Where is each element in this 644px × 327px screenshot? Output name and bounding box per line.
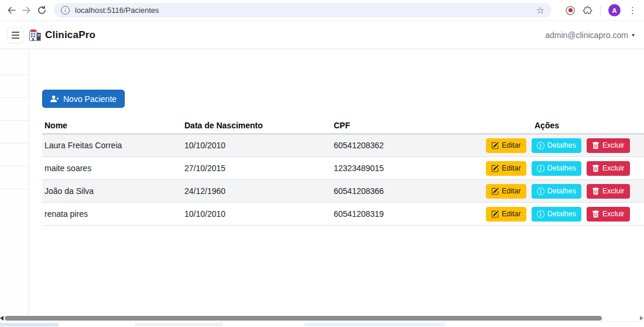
details-label: Detalhes bbox=[547, 141, 576, 149]
brand[interactable]: ClinicaPro bbox=[29, 29, 95, 41]
back-icon[interactable] bbox=[4, 3, 19, 18]
trash-icon bbox=[592, 165, 600, 172]
edit-button[interactable]: Editar bbox=[486, 207, 526, 222]
table-header-row: Nome Data de Nascimento CPF Ações bbox=[42, 117, 644, 134]
cell-cpf: 60541208362 bbox=[334, 141, 486, 150]
taskbar-peek-segment bbox=[0, 323, 59, 326]
details-button[interactable]: Detalhes bbox=[532, 138, 581, 153]
account-caret-icon: ▾ bbox=[632, 32, 635, 38]
table-row: renata pires 10/10/2010 60541208319 Edit… bbox=[42, 203, 644, 226]
delete-label: Excluir bbox=[602, 164, 625, 172]
browser-toolbar: i localhost:5116/Pacientes ☆ A ⋮ bbox=[0, 0, 644, 21]
site-info-icon[interactable]: i bbox=[61, 6, 70, 15]
edit-button[interactable]: Editar bbox=[486, 161, 526, 176]
sidebar-item[interactable] bbox=[0, 166, 29, 189]
cell-nome: João da Silva bbox=[44, 186, 184, 196]
content-area: Novo Paciente Nome Data de Nascimento CP… bbox=[0, 49, 644, 315]
browser-menu-icon[interactable]: ⋮ bbox=[628, 5, 637, 16]
sidebar-item[interactable] bbox=[0, 49, 29, 75]
person-plus-icon bbox=[50, 94, 59, 103]
reload-icon[interactable] bbox=[34, 3, 49, 18]
edit-label: Editar bbox=[502, 210, 521, 218]
column-header-acoes: Ações bbox=[486, 121, 644, 130]
details-button[interactable]: Detalhes bbox=[532, 184, 581, 199]
bottom-edge-strip bbox=[0, 321, 644, 327]
profile-avatar[interactable]: A bbox=[608, 4, 621, 16]
edit-label: Editar bbox=[502, 164, 521, 172]
url-bar[interactable]: i localhost:5116/Pacientes ☆ bbox=[54, 3, 551, 18]
column-header-cpf: CPF bbox=[334, 121, 486, 130]
forward-icon[interactable] bbox=[19, 3, 34, 18]
delete-button[interactable]: Excluir bbox=[587, 207, 630, 222]
delete-button[interactable]: Excluir bbox=[587, 184, 630, 199]
menu-toggle-icon[interactable] bbox=[7, 27, 23, 43]
extensions-icon[interactable] bbox=[583, 5, 592, 15]
table-row: maite soares 27/10/2015 12323489015 Edit… bbox=[42, 157, 644, 180]
table-row: João da Silva 24/12/1960 60541208366 Edi… bbox=[42, 180, 644, 203]
row-actions: Editar Detalhes Excluir bbox=[486, 138, 644, 153]
trash-icon bbox=[592, 142, 600, 149]
star-icon[interactable]: ☆ bbox=[536, 5, 544, 16]
column-header-nome: Nome bbox=[44, 121, 184, 130]
delete-button[interactable]: Excluir bbox=[587, 138, 630, 153]
row-actions: Editar Detalhes Excluir bbox=[486, 161, 644, 176]
cell-nome: maite soares bbox=[44, 164, 184, 173]
browser-toolbar-right: A ⋮ bbox=[566, 4, 644, 16]
row-actions: Editar Detalhes Excluir bbox=[486, 184, 644, 199]
row-actions: Editar Detalhes Excluir bbox=[486, 207, 644, 222]
details-label: Detalhes bbox=[547, 210, 576, 218]
patients-table: Nome Data de Nascimento CPF Ações Laura … bbox=[42, 117, 644, 226]
new-patient-button[interactable]: Novo Paciente bbox=[42, 90, 125, 108]
pencil-square-icon bbox=[491, 210, 499, 218]
trash-icon bbox=[592, 188, 600, 195]
delete-label: Excluir bbox=[602, 187, 625, 195]
info-circle-icon bbox=[537, 142, 544, 149]
new-patient-label: Novo Paciente bbox=[63, 94, 117, 104]
pencil-square-icon bbox=[491, 142, 499, 149]
url-text[interactable]: localhost:5116/Pacientes bbox=[75, 6, 159, 15]
cell-nascimento: 27/10/2015 bbox=[184, 164, 334, 173]
cell-nome: Laura Freitas Correia bbox=[44, 141, 184, 150]
details-button[interactable]: Detalhes bbox=[532, 161, 581, 176]
pencil-square-icon bbox=[491, 188, 499, 195]
edit-button[interactable]: Editar bbox=[486, 138, 526, 153]
details-label: Detalhes bbox=[547, 187, 576, 195]
app-header: ClinicaPro admin@clinicapro.com ▾ bbox=[0, 21, 644, 49]
delete-label: Excluir bbox=[602, 210, 625, 218]
column-header-nascimento: Data de Nascimento bbox=[184, 121, 334, 130]
cell-nome: renata pires bbox=[44, 209, 184, 219]
sidebar-item[interactable] bbox=[0, 121, 29, 144]
scrollbar-thumb[interactable] bbox=[5, 316, 602, 321]
taskbar-peek-segment bbox=[304, 323, 445, 326]
toolbar-separator bbox=[600, 6, 601, 15]
patients-page: Novo Paciente Nome Data de Nascimento CP… bbox=[29, 49, 644, 315]
table-row: Laura Freitas Correia 10/10/2010 6054120… bbox=[42, 134, 644, 157]
horizontal-scrollbar[interactable] bbox=[0, 315, 644, 321]
trash-icon bbox=[592, 210, 600, 218]
record-dot bbox=[568, 8, 573, 12]
info-circle-icon bbox=[537, 165, 544, 172]
taskbar-peek-segment bbox=[135, 323, 222, 326]
info-circle-icon bbox=[537, 188, 544, 195]
edit-button[interactable]: Editar bbox=[486, 184, 526, 199]
app-title: ClinicaPro bbox=[45, 29, 95, 41]
edit-label: Editar bbox=[502, 187, 521, 195]
account-menu[interactable]: admin@clinicapro.com ▾ bbox=[545, 30, 635, 40]
cell-nascimento: 24/12/1960 bbox=[184, 186, 334, 196]
hospital-logo-icon bbox=[29, 29, 41, 41]
info-circle-icon bbox=[537, 210, 544, 218]
sidebar-item[interactable] bbox=[0, 144, 29, 166]
record-icon[interactable] bbox=[566, 6, 575, 15]
cell-nascimento: 10/10/2010 bbox=[184, 141, 334, 150]
cell-cpf: 60541208319 bbox=[334, 209, 486, 219]
scroll-right-icon[interactable] bbox=[640, 316, 643, 321]
sidebar-item[interactable] bbox=[0, 75, 29, 98]
sidebar-item[interactable] bbox=[0, 98, 29, 121]
delete-button[interactable]: Excluir bbox=[587, 161, 630, 176]
details-label: Detalhes bbox=[547, 164, 576, 172]
details-button[interactable]: Detalhes bbox=[532, 207, 581, 222]
scroll-left-icon[interactable] bbox=[0, 316, 4, 321]
cell-cpf: 60541208366 bbox=[334, 186, 486, 196]
account-email: admin@clinicapro.com bbox=[545, 30, 628, 40]
delete-label: Excluir bbox=[602, 141, 625, 149]
